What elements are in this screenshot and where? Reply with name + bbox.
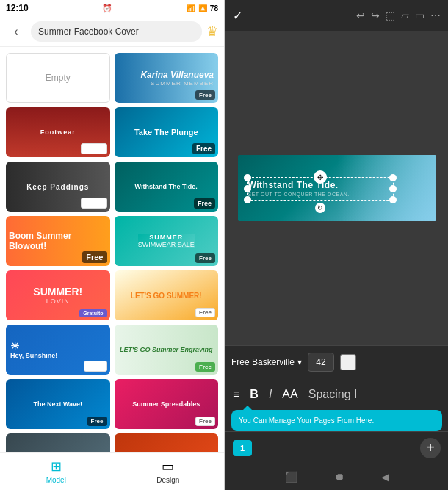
case-button[interactable]: AA bbox=[282, 388, 297, 401]
color-swatch[interactable] bbox=[340, 354, 356, 370]
template-item[interactable]: Summer Spreadables Free bbox=[115, 379, 219, 429]
align-icon[interactable]: ≡ bbox=[233, 388, 239, 401]
corner-handle-mr[interactable] bbox=[389, 185, 397, 192]
free-badge: Free bbox=[195, 308, 215, 317]
sys-square-icon[interactable]: ⬛ bbox=[285, 471, 297, 483]
font-name-button[interactable]: Free Baskerville ▾ bbox=[231, 357, 302, 367]
template-item[interactable]: Empty bbox=[6, 53, 110, 103]
chevron-down-icon: ▾ bbox=[297, 357, 302, 367]
template-item[interactable]: LET'S GO Summer Engraving Free bbox=[115, 325, 219, 375]
tooltip-bubble: You Can Manage Your Pages From Here. bbox=[231, 410, 442, 431]
template-text: Karina Villanueva bbox=[140, 70, 214, 80]
template-item[interactable]: Boom Summer Blowout! Free bbox=[6, 216, 110, 266]
spacing-button[interactable]: Spacing I bbox=[308, 388, 358, 401]
free-badge: Free bbox=[87, 417, 107, 426]
top-bar: ‹ Summer Facebook Cover ♛ bbox=[0, 16, 224, 47]
free-badge: Free bbox=[81, 143, 106, 154]
template-text: The Next Wave! bbox=[30, 397, 85, 411]
template-item[interactable]: Take The Plunge Free bbox=[115, 107, 219, 157]
template-subtext: SWIMWEAR SALE bbox=[138, 241, 195, 248]
design-label: Design bbox=[156, 476, 179, 484]
left-panel: 12:10 ⏰ 📶 🔼 78 ‹ Summer Facebook Cover ♛… bbox=[0, 0, 224, 490]
canvas-sub-text: SET OUT TO CONQUER THE OCEAN. bbox=[248, 192, 350, 197]
page-indicator[interactable]: 1 bbox=[233, 440, 252, 456]
template-item[interactable]: Footwear Free bbox=[6, 107, 110, 157]
search-title: Summer Facebook Cover bbox=[38, 26, 139, 37]
design-icon: ▭ bbox=[162, 458, 174, 475]
free-badge: Free bbox=[81, 198, 106, 209]
canvas-bg: ✥ ↻ Withstand The Tide. SET OUT TO CONQU… bbox=[238, 155, 436, 221]
free-badge: Gratuito bbox=[79, 309, 106, 317]
page-number: 1 bbox=[240, 444, 245, 453]
template-text: LET'S GO SUMMER! bbox=[131, 292, 202, 300]
tooltip-text: You Can Manage Your Pages From Here. bbox=[239, 417, 374, 425]
template-item[interactable]: Karina Villanueva SUMMER MEMBER Free bbox=[115, 53, 219, 103]
template-item[interactable]: Water Shoppe Apparel bbox=[6, 433, 110, 452]
template-item[interactable]: Keep Paddings Free bbox=[6, 162, 110, 212]
search-bar[interactable]: Summer Facebook Cover bbox=[31, 21, 202, 42]
right-panel: ✓ ↩ ↪ ⬚ ▱ ▭ ⋯ ✥ ↻ Withstand Th bbox=[225, 0, 448, 490]
font-size-box[interactable]: 42 bbox=[308, 353, 334, 372]
corner-handle-bl[interactable] bbox=[244, 196, 251, 203]
template-text: Take The Plunge bbox=[131, 125, 201, 140]
wifi-icon: 🔼 bbox=[198, 4, 207, 12]
model-label: Model bbox=[46, 476, 66, 484]
free-badge: Free bbox=[192, 143, 215, 154]
free-badge: Free bbox=[195, 417, 215, 426]
status-icons: 📶 🔼 78 bbox=[187, 4, 218, 12]
italic-button[interactable]: I bbox=[269, 388, 272, 401]
template-grid: Empty Karina Villanueva SUMMER MEMBER Fr… bbox=[0, 47, 224, 452]
nav-item-design[interactable]: ▭ Design bbox=[112, 453, 225, 490]
font-name-label: Free Baskerville bbox=[231, 357, 295, 367]
confirm-icon[interactable]: ✓ bbox=[233, 9, 242, 23]
template-item[interactable]: SUMMER SWIMWEAR SALE Free bbox=[115, 216, 219, 266]
format-toolbar: ≡ B I AA Spacing I bbox=[225, 378, 448, 410]
right-bottom: 1 + bbox=[225, 431, 448, 464]
right-top-bar: ✓ ↩ ↪ ⬚ ▱ ▭ ⋯ bbox=[225, 0, 448, 31]
template-item[interactable]: The Next Wave! Free bbox=[6, 379, 110, 429]
redo-icon[interactable]: ↪ bbox=[371, 10, 380, 21]
copy-icon[interactable]: ⬚ bbox=[386, 10, 395, 21]
bottom-nav: ⊞ Model ▭ Design bbox=[0, 452, 224, 490]
right-top-right: ↩ ↪ ⬚ ▱ ▭ ⋯ bbox=[356, 10, 441, 21]
font-size-value: 42 bbox=[316, 357, 325, 367]
template-item[interactable]: ☀ Hey, Sunshine! Free bbox=[6, 325, 110, 375]
model-icon: ⊞ bbox=[51, 458, 62, 475]
template-item[interactable]: LET'S GO SUMMER! Free bbox=[115, 270, 219, 320]
status-time: 12:10 bbox=[6, 3, 29, 13]
crown-icon[interactable]: ♛ bbox=[206, 24, 218, 40]
layers-icon[interactable]: ▱ bbox=[401, 10, 409, 21]
back-button[interactable]: ‹ bbox=[6, 21, 26, 42]
template-item[interactable]: Withstand The Tide. Free bbox=[115, 162, 219, 212]
template-text: SUMMER! bbox=[33, 286, 82, 298]
template-text: Keep Paddings bbox=[24, 180, 92, 194]
aspect-icon[interactable]: ▭ bbox=[415, 10, 424, 21]
free-badge: Free bbox=[195, 362, 215, 372]
template-text: SUMMER bbox=[149, 234, 183, 241]
corner-handle-tr[interactable] bbox=[389, 174, 397, 181]
sys-back-icon[interactable]: ◀ bbox=[381, 471, 389, 483]
add-page-button[interactable]: + bbox=[420, 438, 441, 458]
free-badge: Free bbox=[195, 253, 215, 263]
bold-button[interactable]: B bbox=[250, 388, 259, 401]
template-text: Hey, Sunshine! bbox=[10, 352, 57, 359]
rotate-handle[interactable]: ↻ bbox=[315, 203, 325, 213]
add-page-icon: + bbox=[426, 439, 435, 456]
alarm-icon: ⏰ bbox=[102, 4, 112, 13]
free-badge: Free bbox=[82, 251, 106, 263]
template-item[interactable]: Carte Faddish + bbox=[115, 433, 219, 452]
undo-icon[interactable]: ↩ bbox=[356, 10, 365, 21]
font-toolbar: Free Baskerville ▾ 42 bbox=[225, 345, 448, 378]
template-text: Footwear bbox=[37, 126, 79, 139]
sys-circle-icon[interactable]: ⏺ bbox=[334, 471, 344, 483]
canvas-area[interactable]: ✥ ↻ Withstand The Tide. SET OUT TO CONQU… bbox=[225, 31, 448, 345]
canvas-main-text: Withstand The Tide. bbox=[248, 180, 339, 190]
template-subtext: SUMMER MEMBER bbox=[151, 80, 214, 87]
right-top-left: ✓ bbox=[233, 9, 242, 23]
more-icon[interactable]: ⋯ bbox=[430, 10, 441, 21]
status-bar: 12:10 ⏰ 📶 🔼 78 bbox=[0, 0, 224, 16]
template-text: Summer Spreadables bbox=[129, 397, 203, 411]
nav-item-model[interactable]: ⊞ Model bbox=[0, 453, 112, 490]
corner-handle-br[interactable] bbox=[389, 196, 397, 203]
template-item[interactable]: SUMMER! LOVIN Gratuito bbox=[6, 270, 110, 320]
